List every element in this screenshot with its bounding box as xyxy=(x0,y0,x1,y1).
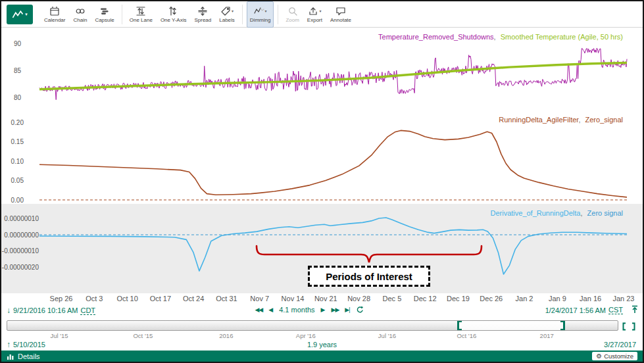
one-lane-button[interactable]: One Lane xyxy=(126,1,156,28)
one-y-axis-button[interactable]: One Y-Axis xyxy=(157,1,190,28)
legend-series[interactable]: Temperature_Removed_Shutdowns xyxy=(378,33,494,41)
toolbar-item-label: One Lane xyxy=(130,17,153,23)
customize-button[interactable]: ⚙ Customize xyxy=(592,352,637,360)
export-icon xyxy=(308,6,318,16)
legend-series[interactable]: Derivative_of_RunningDelta xyxy=(490,209,580,217)
toolbar-item-label: Capsule xyxy=(95,17,114,23)
scrubber-selection[interactable] xyxy=(457,321,565,330)
calendar-icon xyxy=(49,6,60,16)
calendar-button[interactable]: Calendar xyxy=(41,1,68,28)
y-tick-label: -0.00000020 xyxy=(2,264,39,271)
legend-series[interactable]: Smoothed Temperature (Agile, 50 hrs) xyxy=(501,33,623,41)
arrow-up-icon: ↑ xyxy=(7,340,11,349)
step-back-button[interactable]: ◀ xyxy=(268,306,273,313)
legend-series[interactable]: Zero signal xyxy=(587,209,623,217)
arrow-down-icon: ↓ xyxy=(7,306,11,315)
trend-line-icon xyxy=(12,10,24,19)
y-tick-label: 0.10 xyxy=(11,158,24,165)
toolbar-item-label: Annotate xyxy=(330,17,351,23)
y-tick-label: 0.15 xyxy=(11,138,24,145)
chevron-down-icon: ▾ xyxy=(265,9,267,13)
chevron-down-icon: ▾ xyxy=(25,12,28,17)
scrubber-date-label: Oct '16 xyxy=(450,332,483,339)
range-duration[interactable]: 4.1 months xyxy=(279,306,314,314)
toolbar-item-label: Labels xyxy=(219,17,235,23)
details-button[interactable]: Details xyxy=(7,352,40,360)
toolbar-item-label: Zoom xyxy=(285,17,299,23)
spread-icon xyxy=(197,6,208,16)
jump-back-button[interactable]: ◀◀ xyxy=(255,306,262,313)
trend-charts[interactable]: 9085800.200.150.100.050.000.000000100.00… xyxy=(1,28,643,295)
dimming-icon xyxy=(254,6,264,16)
lane1-legend: Temperature_Removed_Shutdowns, Smoothed … xyxy=(378,33,623,41)
y-tick-label: 85 xyxy=(14,67,22,74)
investigate-end-date[interactable]: 3/27/2017 xyxy=(604,341,636,349)
x-axis-label: Jan 23 xyxy=(604,295,643,302)
investigate-start[interactable]: ↑ 5/10/2015 xyxy=(7,340,45,349)
capsule-button[interactable]: Capsule xyxy=(91,1,117,28)
legend-separator: , xyxy=(494,33,496,41)
scrubber-date-labels: Jul '15Oct '152016Apr '16Jul '16Oct '162… xyxy=(7,332,618,339)
range-end-date[interactable]: 1/24/2017 1:56 AM xyxy=(545,306,606,314)
legend-series[interactable]: RunningDelta_AgileFilter xyxy=(499,116,578,124)
toolbar-item-label: Export xyxy=(307,17,322,23)
chain-button[interactable]: Chain xyxy=(70,1,90,28)
scrubber-right-handle[interactable] xyxy=(560,321,565,330)
y-tick-label: 80 xyxy=(14,94,22,101)
chain-icon xyxy=(75,6,86,16)
investigate-start-date[interactable]: 5/10/2015 xyxy=(13,341,45,349)
y-tick-label: 90 xyxy=(14,40,22,47)
legend-separator: , xyxy=(578,116,580,124)
refresh-icon[interactable] xyxy=(356,306,364,314)
chevron-down-icon: ▾ xyxy=(319,9,321,13)
range-start-date[interactable]: 9/21/2016 10:16 AM xyxy=(13,306,78,314)
toolbar-item-label: Spread xyxy=(194,17,211,23)
go-to-now-icon[interactable] xyxy=(631,305,639,315)
lane3-legend: Derivative_of_RunningDelta, Zero signal xyxy=(490,209,623,217)
investigate-range-bar: ↑ 5/10/2015 1.9 years 3/27/2017 xyxy=(1,340,643,350)
bar-chart-icon xyxy=(7,352,14,360)
dimming-button[interactable]: ▾ Dimming xyxy=(247,1,274,28)
trend-view-button[interactable]: ▾ xyxy=(7,5,33,24)
jump-forward-button[interactable]: ▶▶ xyxy=(332,306,339,313)
scrubber-date-label: 2017 xyxy=(530,332,563,339)
toolbar-item-label: Chain xyxy=(73,17,87,23)
toolbar-item-label: One Y-Axis xyxy=(161,17,187,23)
details-label: Details xyxy=(18,352,40,360)
step-to-end-button[interactable]: ▶| xyxy=(345,306,349,313)
range-end-timezone[interactable]: CST xyxy=(608,306,623,314)
main-toolbar: ▾ Calendar Chain Capsule xyxy=(1,1,643,28)
investigate-duration[interactable]: 1.9 years xyxy=(307,341,337,349)
periods-of-interest-annotation[interactable]: Periods of Interest xyxy=(308,266,430,287)
range-end[interactable]: 1/24/2017 1:56 AM CST xyxy=(545,306,623,314)
spread-button[interactable]: Spread xyxy=(191,1,214,28)
chevron-down-icon: ▾ xyxy=(232,9,234,13)
range-start-timezone[interactable]: CDT xyxy=(80,306,95,315)
step-forward-button[interactable]: ▶ xyxy=(321,306,326,313)
series-line xyxy=(39,48,627,99)
speech-bubble-icon xyxy=(335,6,346,16)
labels-button[interactable]: ▾ Labels xyxy=(216,1,238,28)
expand-full-range-icon[interactable] xyxy=(622,322,635,333)
scrubber-left-handle[interactable] xyxy=(457,321,462,330)
one-lane-icon xyxy=(136,6,146,16)
scrubber-date-label: Oct '15 xyxy=(126,332,159,339)
series-line xyxy=(39,63,627,89)
y-tick-label: 0.00000000 xyxy=(4,231,39,239)
zoom-button: Zoom xyxy=(282,1,302,28)
lane2-legend: RunningDelta_AgileFilter, Zero_signal xyxy=(499,116,623,124)
x-axis-labels: Sep 26Oct 3Oct 10Oct 17Oct 24Oct 31Nov 7… xyxy=(1,295,643,303)
toolbar-separator xyxy=(122,5,122,24)
annotate-button[interactable]: Annotate xyxy=(327,1,355,28)
toolbar-separator xyxy=(278,5,278,24)
legend-series[interactable]: Zero_signal xyxy=(585,116,623,124)
y-tick-label: 0.00000010 xyxy=(4,215,39,222)
toolbar-separator xyxy=(242,5,243,24)
timeline-scrubber[interactable] xyxy=(7,320,618,331)
tag-icon xyxy=(220,6,231,16)
scrubber-date-label: 2016 xyxy=(210,332,243,339)
annotation-text: Periods of Interest xyxy=(326,271,412,282)
toolbar-item-label: Calendar xyxy=(44,17,65,23)
export-button[interactable]: ▾ Export xyxy=(304,1,326,28)
range-start[interactable]: ↓ 9/21/2016 10:16 AM CDT xyxy=(7,306,95,315)
